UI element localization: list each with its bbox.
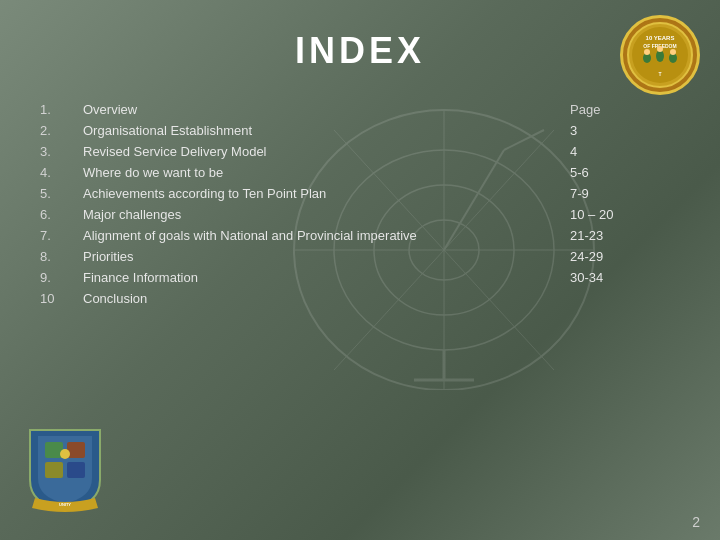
page-num-value: 5-6: [570, 165, 660, 180]
page-num-value: 21-23: [570, 228, 660, 243]
page-num-value: 3: [570, 123, 660, 138]
svg-rect-25: [45, 462, 63, 478]
index-row: 8.Priorities: [40, 249, 530, 264]
index-number: 6.: [40, 207, 68, 222]
page-title: INDEX: [295, 30, 425, 71]
index-row: 7.Alignment of goals with National and P…: [40, 228, 530, 243]
index-number: 8.: [40, 249, 68, 264]
slide: 10 YEARS OF FREEDOM T INDEX 1.Overview2.…: [0, 0, 720, 540]
index-number: 3.: [40, 144, 68, 159]
logo-svg: 10 YEARS OF FREEDOM T: [625, 20, 695, 90]
page-column: Page345-67-910 – 2021-2324-2930-34: [570, 102, 660, 312]
index-number: 7.: [40, 228, 68, 243]
index-row: 6.Major challenges: [40, 207, 530, 222]
index-row: 9.Finance Information: [40, 270, 530, 285]
page-num-value: 30-34: [570, 270, 660, 285]
svg-point-27: [60, 449, 70, 459]
index-label: Where do we want to be: [83, 165, 223, 180]
index-label: Revised Service Delivery Model: [83, 144, 267, 159]
top-logo: 10 YEARS OF FREEDOM T: [620, 15, 700, 95]
index-row: 5.Achievements according to Ten Point Pl…: [40, 186, 530, 201]
title-area: INDEX: [0, 0, 720, 92]
index-label: Achievements according to Ten Point Plan: [83, 186, 326, 201]
index-number: 9.: [40, 270, 68, 285]
svg-text:T: T: [658, 71, 661, 77]
svg-point-21: [670, 49, 676, 55]
page-num-value: 7-9: [570, 186, 660, 201]
index-label: Organisational Establishment: [83, 123, 252, 138]
coat-of-arms-svg: UNITY: [20, 420, 110, 515]
index-label: Conclusion: [83, 291, 147, 306]
index-list: 1.Overview2.Organisational Establishment…: [40, 102, 530, 312]
index-number: 4.: [40, 165, 68, 180]
index-row: 1.Overview: [40, 102, 530, 117]
svg-text:UNITY: UNITY: [59, 502, 71, 507]
svg-point-20: [657, 46, 663, 52]
index-label: Priorities: [83, 249, 134, 264]
index-label: Alignment of goals with National and Pro…: [83, 228, 417, 243]
svg-rect-26: [67, 462, 85, 478]
page-num-value: 10 – 20: [570, 207, 660, 222]
page-num-value: 4: [570, 144, 660, 159]
page-number: 2: [692, 514, 700, 530]
index-row: 4.Where do we want to be: [40, 165, 530, 180]
index-number: 1.: [40, 102, 68, 117]
index-label: Major challenges: [83, 207, 181, 222]
content-area: 1.Overview2.Organisational Establishment…: [0, 92, 720, 322]
page-num-value: 24-29: [570, 249, 660, 264]
index-row: 2.Organisational Establishment: [40, 123, 530, 138]
svg-point-19: [644, 49, 650, 55]
index-number: 5.: [40, 186, 68, 201]
page-column-header: Page: [570, 102, 660, 117]
index-row: 3.Revised Service Delivery Model: [40, 144, 530, 159]
bottom-logo-area: UNITY: [20, 420, 110, 510]
index-row: 10Conclusion: [40, 291, 530, 306]
index-number: 2.: [40, 123, 68, 138]
index-number: 10: [40, 291, 68, 306]
svg-text:10 YEARS: 10 YEARS: [646, 35, 675, 41]
index-label: Overview: [83, 102, 137, 117]
index-label: Finance Information: [83, 270, 198, 285]
